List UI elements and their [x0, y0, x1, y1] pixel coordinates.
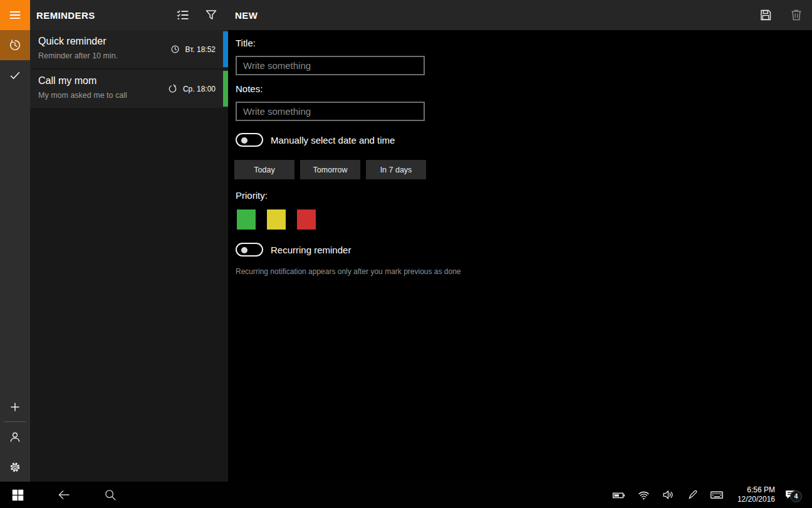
- sidebar-item-add-reminder[interactable]: [0, 392, 30, 422]
- sidebar-item-completed[interactable]: [0, 60, 30, 90]
- reminder-subtitle: My mom asked me to call: [38, 91, 127, 100]
- keyboard-tray-button[interactable]: [706, 482, 727, 508]
- sidebar-item-active-reminders[interactable]: [0, 30, 30, 60]
- tomorrow-button[interactable]: Tomorrow: [300, 160, 360, 179]
- sidebar-item-account[interactable]: [0, 422, 30, 452]
- recurring-label: Recurring reminder: [271, 245, 351, 255]
- today-button[interactable]: Today: [234, 160, 294, 179]
- new-reminder-form: Title: Notes: Manually select date and t…: [228, 30, 812, 482]
- priority-label: Priority:: [236, 190, 268, 201]
- page-title: NEW: [235, 0, 258, 30]
- gear-icon: [8, 460, 22, 474]
- battery-tray-button[interactable]: [608, 482, 629, 508]
- manual-datetime-label: Manually select date and time: [271, 135, 395, 146]
- keyboard-icon: [709, 487, 724, 502]
- reminder-meta: Вт. 18:52: [170, 30, 216, 68]
- filter-icon: [204, 8, 219, 23]
- priority-medium-swatch[interactable]: [267, 209, 286, 230]
- reminder-meta: Ср. 18:00: [167, 70, 216, 108]
- save-icon: [758, 8, 773, 23]
- priority-high-swatch[interactable]: [297, 209, 316, 230]
- trash-icon: [789, 8, 804, 23]
- multiselect-icon: [175, 8, 190, 23]
- search-button[interactable]: [99, 482, 122, 508]
- hamburger-icon: [8, 8, 22, 22]
- title-input[interactable]: [236, 56, 425, 75]
- recurring-row: Recurring reminder: [236, 243, 351, 257]
- reminder-list-item-quick-reminder[interactable]: Quick reminder Reminder after 10 min. Вт…: [30, 30, 228, 68]
- app-title: REMINDERS: [36, 0, 95, 30]
- search-icon: [103, 488, 117, 502]
- checkmark-icon: [8, 68, 22, 82]
- recurring-note: Recurring notification appears only afte…: [236, 267, 461, 276]
- hamburger-menu-button[interactable]: [0, 0, 30, 30]
- in-7-days-button[interactable]: In 7 days: [366, 160, 426, 179]
- pen-tray-button[interactable]: [682, 482, 704, 508]
- notification-count-badge: 4: [790, 490, 802, 502]
- battery-icon: [612, 488, 626, 502]
- recurring-icon: [167, 83, 178, 94]
- back-arrow-icon: [56, 487, 71, 502]
- screen: REMINDERS NEW: [0, 0, 812, 508]
- filter-button[interactable]: [196, 0, 226, 30]
- quick-date-buttons: Today Tomorrow In 7 days: [234, 160, 426, 179]
- windows-logo-icon: [11, 489, 24, 502]
- start-button[interactable]: [5, 482, 30, 508]
- reminder-list-item-call-my-mom[interactable]: Call my mom My mom asked me to call Ср. …: [30, 70, 228, 108]
- reminder-time: Вт. 18:52: [185, 45, 216, 54]
- toggle-knob: [241, 247, 247, 253]
- pen-icon: [687, 489, 699, 501]
- save-button[interactable]: [751, 0, 781, 30]
- priority-swatches: [237, 209, 316, 230]
- plus-icon: [8, 400, 22, 414]
- volume-tray-button[interactable]: [657, 482, 679, 508]
- reminder-title: Call my mom: [38, 75, 96, 87]
- person-icon: [8, 430, 22, 444]
- reminder-time: Ср. 18:00: [183, 85, 216, 93]
- reminder-subtitle: Reminder after 10 min.: [38, 51, 118, 60]
- taskbar-clock[interactable]: 6:56 PM 12/20/2016: [737, 485, 775, 504]
- app-header: REMINDERS NEW: [0, 0, 812, 30]
- clock-icon: [170, 44, 180, 55]
- history-clock-icon: [8, 38, 22, 52]
- wifi-icon: [637, 489, 650, 502]
- manual-datetime-row: Manually select date and time: [236, 133, 395, 147]
- reminder-title: Quick reminder: [38, 36, 106, 47]
- volume-icon: [661, 488, 675, 502]
- reminder-accent-bar: [223, 71, 228, 107]
- back-button[interactable]: [53, 482, 75, 508]
- multiselect-button[interactable]: [168, 0, 198, 30]
- taskbar-date: 12/20/2016: [737, 495, 775, 504]
- recurring-toggle[interactable]: [236, 243, 263, 257]
- manual-datetime-toggle[interactable]: [236, 133, 263, 147]
- nav-sidebar: [0, 30, 30, 482]
- delete-button[interactable]: [781, 0, 811, 30]
- toggle-knob: [241, 137, 247, 144]
- notes-label: Notes:: [236, 83, 263, 94]
- taskbar: 6:56 PM 12/20/2016: [0, 482, 812, 508]
- sidebar-item-settings[interactable]: [0, 452, 30, 482]
- taskbar-time: 6:56 PM: [737, 485, 775, 495]
- title-label: Title:: [236, 38, 256, 48]
- notes-input[interactable]: [236, 102, 425, 121]
- reminder-accent-bar: [223, 31, 228, 67]
- wifi-tray-button[interactable]: [633, 482, 654, 508]
- priority-low-swatch[interactable]: [237, 209, 256, 230]
- reminder-list-panel: Quick reminder Reminder after 10 min. Вт…: [30, 30, 228, 482]
